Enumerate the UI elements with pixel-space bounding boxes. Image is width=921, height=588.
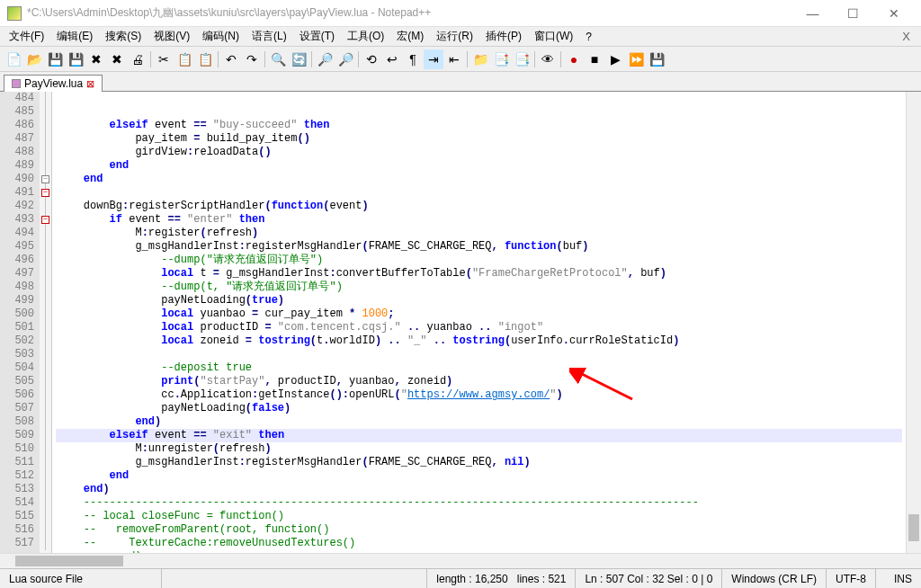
- minimize-button[interactable]: —: [792, 1, 833, 26]
- status-encoding: UTF-8: [827, 569, 876, 588]
- status-length: length : 16,250 lines : 521: [427, 569, 576, 588]
- replace-icon[interactable]: 🔄: [289, 49, 308, 69]
- menu-edit[interactable]: 编辑(E): [51, 27, 98, 46]
- cut-icon[interactable]: ✂: [154, 49, 174, 69]
- hscroll-thumb[interactable]: [15, 556, 123, 566]
- zoomin-icon[interactable]: 🔎: [315, 49, 335, 69]
- statusbar: Lua source File length : 16,250 lines : …: [0, 568, 921, 588]
- close-icon[interactable]: ✖: [86, 49, 106, 69]
- new-icon[interactable]: 📄: [4, 49, 23, 69]
- menu-macro[interactable]: 宏(M): [391, 27, 429, 46]
- copy-icon[interactable]: 📋: [174, 49, 194, 69]
- monitor-icon[interactable]: 👁: [538, 49, 558, 69]
- window-title: *C:\Users\Admin\Desktop\九幽\assets\kuniu\…: [27, 5, 792, 21]
- status-filetype: Lua source File: [0, 569, 162, 588]
- menu-settings[interactable]: 设置(T): [294, 27, 340, 46]
- status-eol: Windows (CR LF): [722, 569, 827, 588]
- menubar: 文件(F) 编辑(E) 搜索(S) 视图(V) 编码(N) 语言(L) 设置(T…: [0, 27, 921, 47]
- code-area[interactable]: elseif event == "buy-succeed" then pay_i…: [52, 92, 906, 553]
- record-icon[interactable]: ●: [564, 49, 584, 69]
- menu-run[interactable]: 运行(R): [431, 27, 478, 46]
- maximize-button[interactable]: ☐: [833, 1, 873, 26]
- play-icon[interactable]: ▶: [605, 49, 625, 69]
- window-controls: — ☐ ✕: [792, 1, 914, 26]
- app-icon: [7, 6, 22, 21]
- paste-icon[interactable]: 📋: [195, 49, 215, 69]
- menu-file[interactable]: 文件(F): [4, 27, 49, 46]
- closeall-icon[interactable]: ✖: [107, 49, 127, 69]
- fold-column[interactable]: −−−: [40, 92, 52, 553]
- savemacro-icon[interactable]: 💾: [647, 49, 666, 69]
- saveall-icon[interactable]: 💾: [66, 49, 85, 69]
- playmulti-icon[interactable]: ⏩: [626, 49, 646, 69]
- menu-close-x[interactable]: X: [895, 30, 917, 43]
- print-icon[interactable]: 🖨: [128, 49, 148, 69]
- toolbar: 📄 📂 💾 💾 ✖ ✖ 🖨 ✂ 📋 📋 ↶ ↷ 🔍 🔄 🔎 🔎 ⟲ ↩ ¶ ⇥ …: [0, 47, 921, 72]
- save-icon[interactable]: 💾: [45, 49, 65, 69]
- tab-payview[interactable]: PayView.lua ⊠: [4, 75, 103, 92]
- file-icon: [12, 79, 21, 88]
- menu-tools[interactable]: 工具(O): [342, 27, 389, 46]
- menu-language[interactable]: 语言(L): [246, 27, 292, 46]
- folder-icon[interactable]: 📁: [470, 49, 490, 69]
- tab-label: PayView.lua: [24, 77, 83, 90]
- open-icon[interactable]: 📂: [24, 49, 44, 69]
- indent-icon[interactable]: ⇥: [424, 49, 443, 69]
- indent2-icon[interactable]: ⇤: [444, 49, 464, 69]
- line-gutter: 4844854864874884894904914924934944954964…: [0, 92, 40, 553]
- titlebar: *C:\Users\Admin\Desktop\九幽\assets\kuniu\…: [0, 0, 921, 27]
- redo-icon[interactable]: ↷: [242, 49, 262, 69]
- horizontal-scrollbar[interactable]: [0, 553, 921, 568]
- editor[interactable]: 4844854864874884894904914924934944954964…: [0, 92, 921, 553]
- stop-icon[interactable]: ■: [585, 49, 604, 69]
- tab-close-icon[interactable]: ⊠: [86, 78, 94, 90]
- menu-encoding[interactable]: 编码(N): [197, 27, 245, 46]
- close-button[interactable]: ✕: [873, 1, 914, 26]
- menu-window[interactable]: 窗口(W): [529, 27, 578, 46]
- vertical-scrollbar[interactable]: [906, 92, 921, 553]
- status-position: Ln : 507 Col : 32 Sel : 0 | 0: [576, 569, 722, 588]
- scroll-thumb[interactable]: [908, 514, 919, 541]
- status-mode: INS: [876, 569, 921, 588]
- map-icon[interactable]: 📑: [512, 49, 532, 69]
- menu-plugins[interactable]: 插件(P): [480, 27, 527, 46]
- tabbar: PayView.lua ⊠: [0, 72, 921, 92]
- find-icon[interactable]: 🔍: [268, 49, 288, 69]
- menu-view[interactable]: 视图(V): [148, 27, 195, 46]
- sync-icon[interactable]: ⟲: [362, 49, 381, 69]
- menu-search[interactable]: 搜索(S): [100, 27, 147, 46]
- zoomout-icon[interactable]: 🔎: [335, 49, 355, 69]
- hidden-icon[interactable]: ¶: [403, 49, 423, 69]
- undo-icon[interactable]: ↶: [221, 49, 241, 69]
- menu-help[interactable]: ?: [580, 29, 597, 45]
- funclist-icon[interactable]: 📑: [491, 49, 511, 69]
- wrap-icon[interactable]: ↩: [382, 49, 402, 69]
